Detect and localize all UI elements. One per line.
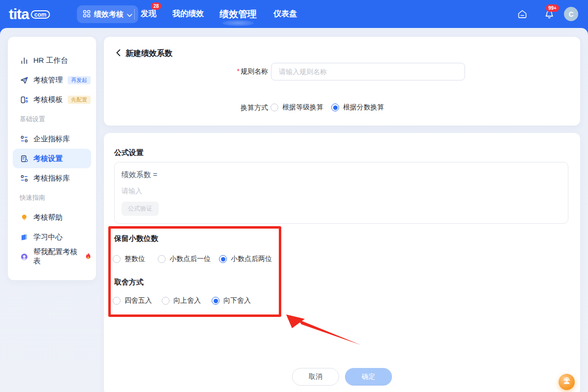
fire-icon [85,253,91,261]
sidebar-item-assessment-indicator-library[interactable]: 考核指标库 [13,168,91,188]
radio-convert-by-score[interactable]: 根据分数换算 [331,103,384,112]
bulb-icon [20,213,28,222]
decimal-places-title: 保留小数位数 [114,234,158,243]
radio-label: 根据等级换算 [282,103,323,112]
relaunch-badge: 再发起 [68,76,91,84]
radio-label: 向下舍入 [223,296,251,305]
nav-dashboard-label: 仪表盘 [273,9,297,19]
sidebar-item-company-indicator-library[interactable]: 企业指标库 [13,129,91,149]
sidebar-section-quick-guide: 快速指南 [13,188,91,208]
settings-doc-icon [20,154,28,163]
sidebar-item-help-me-configure[interactable]: 帮我配置考核表 [13,247,91,266]
rule-name-input[interactable] [271,63,465,80]
sidebar-item-learning-center[interactable]: 学习中心 [13,227,91,247]
robot-icon [20,252,28,261]
formula-prefix: 绩效系数 = [122,170,561,180]
sidebar-item-label: 考核管理 [33,76,63,85]
page-content: HR 工作台 考核管理 再发起 考核模板 先配置 基础设置 [0,28,588,392]
app-grid-icon [83,10,91,19]
logo-suffix-text: com [31,10,50,19]
required-asterisk: * [237,67,240,75]
sidebar-item-label: 帮我配置考核表 [33,247,82,266]
metrics-icon [20,134,28,143]
header-divider [134,9,135,20]
tita-logo[interactable]: tita com [9,6,50,23]
customer-service-button[interactable] [559,374,575,390]
radio-circle [113,297,121,305]
nav-my-performance-label: 我的绩效 [172,9,204,19]
app-switcher-label: 绩效考核 [94,10,123,19]
back-chevron-icon [116,49,121,58]
sidebar-item-assessment-help[interactable]: 考核帮助 [13,208,91,227]
nav-dashboard[interactable]: 仪表盘 [273,0,297,28]
radio-circle [158,255,166,263]
radio-circle [219,255,227,263]
configure-first-badge: 先配置 [68,96,91,104]
radio-round-down[interactable]: 向下舍入 [212,296,251,305]
radio-one-decimal[interactable]: 小数点后一位 [158,255,211,263]
radio-circle [212,297,220,305]
radio-label: 小数点后一位 [170,255,211,263]
sidebar-item-label: HR 工作台 [33,56,68,65]
radio-label: 整数位 [124,255,145,263]
radio-convert-by-grade[interactable]: 根据等级换算 [270,103,323,112]
radio-circle [162,297,170,305]
metrics-icon [20,174,28,183]
sidebar-item-label: 考核设置 [33,154,63,163]
bar-chart-icon [20,56,28,65]
nav-performance-management[interactable]: 绩效管理 [220,0,257,28]
formula-input-area[interactable]: 请输入 [122,187,561,196]
confirm-button[interactable]: 确定 [345,368,392,386]
sidebar-item-assessment-management[interactable]: 考核管理 再发起 [13,70,91,90]
headset-icon [562,376,571,388]
sidebar-item-assessment-settings[interactable]: 考核设置 [13,149,91,168]
radio-label: 四舍五入 [124,296,152,305]
sidebar-item-label: 企业指标库 [33,134,70,144]
sidebar-item-label: 考核帮助 [33,213,63,222]
sidebar-item-hr-workbench[interactable]: HR 工作台 [13,51,91,70]
app-switcher-button[interactable]: 绩效考核 [77,5,138,23]
home-icon[interactable] [517,9,528,20]
conversion-method-label: 换算方式 [204,104,268,112]
formula-editor-box: 绩效系数 = 请输入 公式验证 [114,162,568,224]
radio-label: 根据分数换算 [343,103,384,112]
user-avatar[interactable]: C [564,7,578,21]
logo-brand-text: tita [9,6,29,23]
back-button[interactable]: 新建绩效系数 [116,49,172,59]
radio-integer[interactable]: 整数位 [113,255,145,263]
sidebar-section-basic-settings: 基础设置 [13,109,91,129]
formula-section-title: 公式设置 [114,148,144,157]
rule-form-card: 新建绩效系数 *规则名称 换算方式 根据等级换算 根据分数换算 [104,37,580,126]
radio-label: 向上舍入 [173,296,201,305]
formula-validate-button[interactable]: 公式验证 [122,202,159,216]
page-title: 新建绩效系数 [125,49,172,59]
sidebar-item-label: 考核指标库 [33,174,70,183]
rounding-method-title: 取舍方式 [114,278,144,287]
chevron-down-icon [127,10,132,19]
sidebar-item-assessment-template[interactable]: 考核模板 先配置 [13,90,91,109]
nav-discover-label: 发现 [141,9,156,19]
radio-round-up[interactable]: 向上舍入 [162,296,201,305]
sidebar-item-label: 学习中心 [33,233,63,242]
send-icon [20,76,28,84]
radio-circle [331,104,339,111]
discover-count-badge: 28 [151,2,161,10]
rule-name-label: *规则名称 [204,67,268,76]
nav-performance-management-label: 绩效管理 [220,8,257,21]
nav-my-performance[interactable]: 我的绩效 [172,0,204,28]
radio-circle [270,104,278,111]
formula-settings-card: 公式设置 绩效系数 = 请输入 公式验证 保留小数位数 整数位 小数点后一位 小… [104,133,580,392]
cancel-button[interactable]: 取消 [292,368,339,386]
radio-circle [113,255,121,263]
notification-count-badge: 99+ [546,4,559,12]
nav-active-glow [222,20,254,26]
sidebar: HR 工作台 考核管理 再发起 考核模板 先配置 基础设置 [8,37,96,280]
top-header: tita com 绩效考核 发现 28 我的绩效 绩效管理 仪表盘 [0,0,588,28]
radio-two-decimals[interactable]: 小数点后两位 [219,255,272,263]
radio-label: 小数点后两位 [231,255,272,263]
template-icon [20,95,28,104]
sidebar-item-label: 考核模板 [33,95,63,105]
learn-icon [20,233,28,241]
radio-round-half-up[interactable]: 四舍五入 [113,296,152,305]
